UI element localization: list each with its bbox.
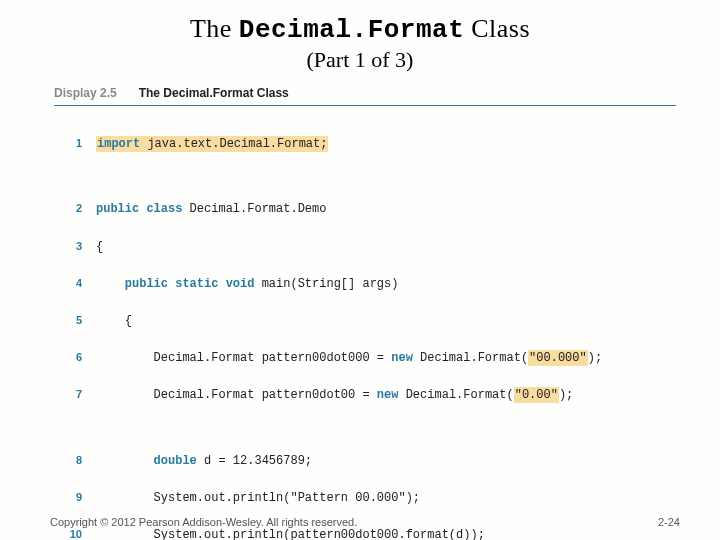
line-number: 10: [54, 526, 82, 540]
display-header: Display 2.5 The Decimal.Format Class: [0, 83, 720, 101]
line-number: 8: [54, 452, 82, 469]
line-number: 1: [54, 135, 82, 152]
title-part-c: Class: [464, 14, 530, 43]
slide-subtitle: (Part 1 of 3): [0, 45, 720, 83]
line-number: 4: [54, 275, 82, 292]
line-number: 9: [54, 489, 82, 506]
line-number: 2: [54, 200, 82, 217]
display-title: The Decimal.Format Class: [121, 86, 289, 100]
line-number: 6: [54, 349, 82, 366]
slide-title: The Decimal.Format Class: [0, 0, 720, 45]
line-number: 5: [54, 312, 82, 329]
copyright-text: Copyright © 2012 Pearson Addison-Wesley.…: [50, 516, 357, 528]
page-number: 2-24: [658, 516, 680, 528]
footer: Copyright © 2012 Pearson Addison-Wesley.…: [50, 516, 680, 528]
header-rule: [54, 105, 676, 106]
title-part-a: The: [190, 14, 239, 43]
title-part-b: Decimal.Format: [239, 15, 464, 45]
display-label: Display 2.5: [0, 86, 117, 100]
line-number: 3: [54, 238, 82, 255]
line-number: 7: [54, 386, 82, 403]
code-block: 1import java.text.Decimal.Format; 2publi…: [0, 116, 720, 540]
